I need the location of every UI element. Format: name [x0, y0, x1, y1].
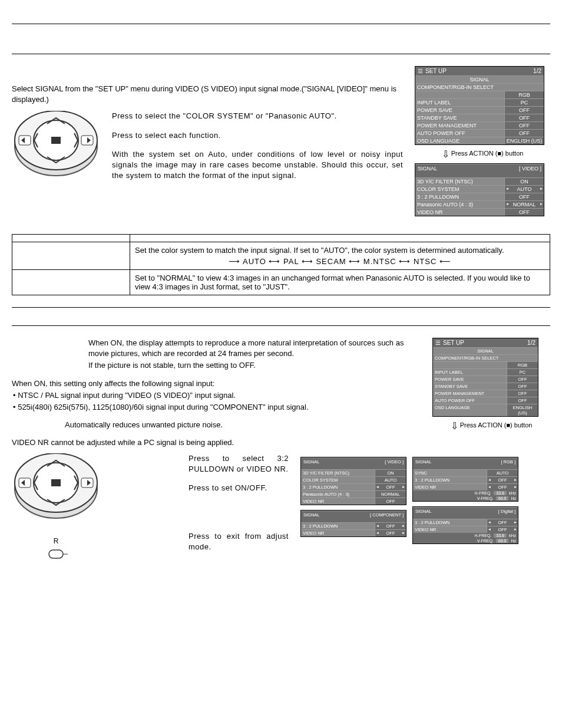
osd-row-label: AUTO POWER OFF: [415, 130, 505, 137]
osd-row-value: OFF: [487, 519, 518, 526]
sec2-p3: When ON, this setting only affects the f…: [12, 378, 421, 389]
osd-row-value: OFF: [505, 114, 544, 121]
sec2-b1: • NTSC / PAL signal input during "VIDEO …: [13, 390, 421, 401]
svg-rect-12: [49, 550, 63, 558]
instr-2: Press to select each function.: [112, 130, 403, 141]
osd-row-label: [415, 91, 505, 98]
osd-row-label: VIDEO NR: [301, 530, 375, 536]
osd-signal-title: SIGNAL: [418, 166, 437, 172]
osd-row-label: POWER SAVE: [433, 376, 507, 383]
osd-row-value: ON: [375, 470, 406, 476]
osd-video-small: SIGNAL[ VIDEO ] 3D Y/C FILTER (NTSC)ON C…: [300, 457, 406, 505]
osd-row-label: COLOR SYSTEM: [301, 477, 375, 483]
osd-mode: [ Digital ]: [498, 509, 515, 514]
table-row-body: Set to "NORMAL" to view 4:3 images in an…: [130, 270, 550, 295]
osd-row-value: AUTO: [505, 186, 544, 193]
osd-row-value: RGB: [505, 91, 544, 98]
r-button-icon: [44, 545, 68, 563]
osd-row-value: NORMAL: [375, 491, 406, 498]
settings-table: Set the color system to match the input …: [12, 234, 550, 295]
instr-3: With the system set on Auto, under condi…: [112, 149, 403, 182]
osd-setup-title: SET UP: [443, 340, 464, 346]
sec2-p4: Automatically reduces unwanted picture n…: [65, 420, 421, 430]
osd-signal-header: SIGNAL: [415, 75, 544, 83]
osd-row-label: STANDBY SAVE: [433, 383, 507, 390]
osd-row-label: [433, 362, 507, 368]
table-row-body: [130, 235, 550, 242]
table-row-label: [12, 270, 130, 295]
osd-row-value: OFF: [505, 107, 544, 114]
osd-row-label: INPUT LABEL: [433, 369, 507, 375]
hfreq-row: H-FREQ.33.8kHz: [413, 490, 518, 496]
osd-row-label: 3D Y/C FILTER (NTSC): [415, 178, 505, 185]
osd-row-value: AUTO: [375, 477, 406, 483]
osd-row-value: PC: [507, 369, 538, 375]
osd-rgb-small: SIGNAL[ RGB ] SYNCAUTO 3 : 2 PULLDOWNOFF…: [412, 457, 518, 502]
osd-row-label: Panasonic AUTO (4 : 3): [301, 491, 375, 498]
osd-title: SIGNAL: [415, 459, 432, 465]
vfreq-row: V-FREQ.60.0Hz: [413, 538, 518, 543]
table-row-label: [12, 242, 130, 270]
svg-rect-5: [51, 137, 61, 144]
osd-row-value: OFF: [505, 209, 544, 216]
osd-row-value: ON: [505, 178, 544, 185]
osd-title: SIGNAL: [303, 512, 320, 518]
sec2-p2: If the picture is not stable, turn the s…: [88, 360, 421, 371]
osd-row-value: RGB: [507, 362, 538, 368]
osd-row-value: OFF: [375, 530, 406, 536]
osd-signal-header: SIGNAL: [433, 347, 538, 354]
osd-row-value: OFF: [375, 498, 406, 505]
osd-row-label: COMPONENT/RGB-IN SELECT: [415, 84, 544, 91]
osd-row-value: OFF: [507, 383, 538, 390]
remote-diagram-1: [12, 111, 100, 182]
osd-mode: [ RGB ]: [501, 459, 515, 465]
osd-component-small: SIGNAL[ COMPONENT ] 3 : 2 PULLDOWNOFF VI…: [300, 510, 406, 537]
osd-row-label: OSD LANGUAGE: [415, 137, 505, 144]
osd-row-label: 3D Y/C FILTER (NTSC): [301, 470, 375, 476]
osd-row-value: OFF: [375, 523, 406, 529]
dpad-remote-icon: [12, 111, 100, 182]
osd-row-label: Panasonic AUTO (4 : 3): [415, 201, 505, 208]
osd-row-label: VIDEO NR: [415, 209, 505, 216]
vfreq-row: V-FREQ.60.0Hz: [413, 496, 518, 501]
color-system-cycle: ⟶ AUTO ⟷ PAL ⟷ SECAM ⟷ M.NTSC ⟷ NTSC ⟵: [135, 257, 545, 266]
osd-row-label: VIDEO NR: [413, 484, 487, 490]
arrow-down-icon: ⇩: [451, 421, 458, 431]
svg-rect-11: [51, 479, 61, 486]
osd-signal-mode: [ VIDEO ]: [519, 166, 541, 172]
osd-row-label: VIDEO NR: [301, 498, 375, 505]
osd-row-label: INPUT LABEL: [415, 99, 505, 106]
osd-row-value: OFF: [505, 130, 544, 137]
osd-row-value: ENGLISH (US): [507, 404, 538, 416]
osd-row-label: 3 : 2 PULLDOWN: [413, 477, 487, 483]
osd-mode: [ COMPONENT ]: [370, 512, 404, 518]
osd-signal-video-panel: SIGNAL[ VIDEO ] 3D Y/C FILTER (NTSC)ON C…: [415, 163, 544, 216]
osd-row-label: COMPONENT/RGB-IN SELECT: [433, 355, 538, 361]
osd-row-label: SYNC: [413, 470, 487, 476]
osd-row-value: AUTO: [487, 470, 518, 476]
osd-row-value: NORMAL: [505, 201, 544, 208]
osd-row-label: COLOR SYSTEM: [415, 186, 505, 193]
osd-row-value: OFF: [507, 390, 538, 397]
osd-row-label: POWER SAVE: [415, 107, 505, 114]
osd-row-label: STANDBY SAVE: [415, 114, 505, 121]
osd-row-value: PC: [505, 99, 544, 106]
r-button-label: R: [54, 537, 59, 545]
sec2-p1: When ON, the display attempts to reprodu…: [88, 338, 421, 359]
instr-1: Press to select the "COLOR SYSTEM" or "P…: [112, 111, 403, 121]
osd-title: SIGNAL: [415, 509, 432, 514]
sec2-p5: VIDEO NR cannot be adjusted while a PC s…: [12, 437, 421, 448]
table-row-label: [12, 235, 130, 242]
osd-row-label: VIDEO NR: [413, 526, 487, 533]
osd-row-label: POWER MANAGEMENT: [415, 122, 505, 129]
osd-row-value: OFF: [487, 477, 518, 483]
osd-row-label: 3 : 2 PULLDOWN: [413, 519, 487, 526]
osd-page: 1/2: [533, 68, 541, 74]
osd-row-label: 3 : 2 PULLDOWN: [301, 484, 375, 490]
sec2-b2: • 525i(480i) 625i(575i), 1125(1080)/60i …: [13, 402, 421, 413]
instr2-3: Press to exit from adjust mode.: [189, 531, 289, 552]
osd-row-value: OFF: [487, 484, 518, 490]
osd-row-label: 3 : 2 PULLDOWN: [301, 523, 375, 529]
osd-row-label: OSD LANGUAGE: [433, 404, 507, 416]
osd-row-label: AUTO POWER OFF: [433, 397, 507, 404]
